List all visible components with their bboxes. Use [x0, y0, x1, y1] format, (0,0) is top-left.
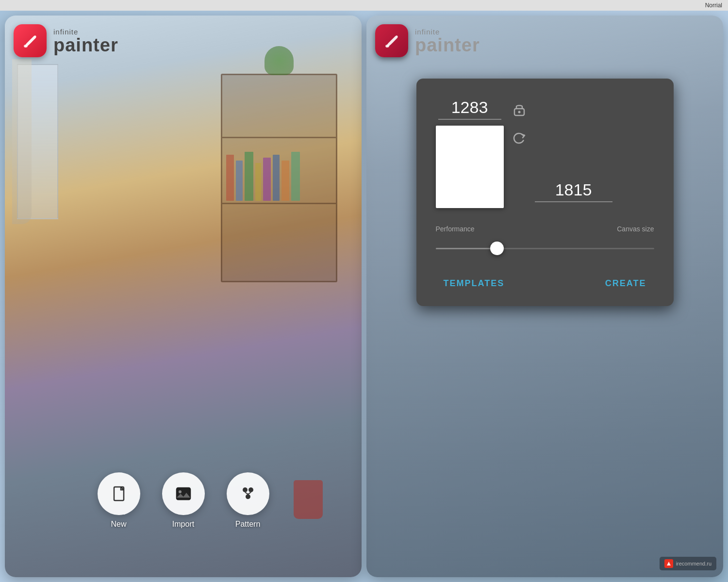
rotate-icon[interactable] [512, 131, 527, 148]
sketch-curtain [12, 59, 32, 224]
slider-thumb[interactable] [490, 242, 504, 255]
svg-line-8 [248, 492, 251, 494]
perf-canvas-labels: Performance Canvas size [436, 225, 654, 233]
svg-point-5 [248, 487, 253, 492]
svg-rect-2 [177, 488, 190, 500]
import-label: Import [172, 520, 194, 529]
svg-line-7 [245, 492, 248, 494]
sketch-books [226, 143, 332, 201]
sketch-plant [265, 46, 294, 75]
svg-point-3 [179, 490, 182, 493]
dialog-actions: TEMPLATES CREATE [436, 271, 654, 292]
svg-point-0 [24, 45, 28, 48]
lock-icon[interactable] [512, 102, 527, 120]
brush-icon-left [21, 32, 39, 50]
performance-label: Performance [436, 225, 475, 233]
app-title-text-right: painter [415, 36, 480, 54]
watermark-text: irecommend.ru [676, 561, 711, 566]
action-buttons: New Import [5, 472, 362, 529]
new-btn-circle[interactable] [98, 472, 140, 515]
canvas-dialog: 1283 [416, 79, 674, 306]
app-icon-left [14, 24, 47, 57]
templates-button[interactable]: TEMPLATES [436, 275, 513, 292]
document-icon [109, 484, 129, 503]
width-and-preview: 1283 [436, 98, 504, 208]
app-subtitle-right: infinite [415, 28, 480, 36]
svg-point-9 [385, 45, 389, 48]
slider-track[interactable] [436, 248, 654, 249]
height-control: 1815 [535, 180, 612, 208]
app-title-left: infinite painter [53, 28, 118, 54]
canvas-size-label: Canvas size [617, 225, 654, 233]
right-header: infinite painter [375, 24, 480, 57]
width-value[interactable]: 1283 [438, 98, 501, 120]
canvas-controls: 1283 [436, 98, 654, 208]
top-bar: Norrial [0, 0, 728, 11]
image-icon [174, 484, 193, 503]
svg-point-11 [518, 111, 520, 113]
pattern-icon [238, 484, 258, 503]
app-title-text-left: painter [53, 36, 118, 54]
brush-icon-right [382, 32, 401, 50]
canvas-preview [436, 126, 504, 208]
right-panel: infinite painter 1283 [366, 16, 723, 577]
site-name: Norrial [705, 2, 722, 9]
watermark-logo [664, 559, 673, 568]
height-value[interactable]: 1815 [535, 180, 612, 202]
svg-point-6 [246, 494, 250, 499]
svg-point-4 [243, 487, 248, 492]
create-button[interactable]: CREATE [597, 275, 654, 292]
import-btn-circle[interactable] [162, 472, 205, 515]
left-panel: infinite painter New [5, 16, 362, 577]
lock-rotate-controls [512, 98, 527, 148]
pattern-btn-circle[interactable] [227, 472, 269, 515]
app-subtitle-left: infinite [53, 28, 118, 36]
new-action[interactable]: New [98, 472, 140, 529]
pattern-action[interactable]: Pattern [227, 472, 269, 529]
app-title-right: infinite painter [415, 28, 480, 54]
new-label: New [111, 520, 126, 529]
left-header: infinite painter [14, 24, 118, 57]
app-icon-right [375, 24, 408, 57]
watermark: irecommend.ru [660, 557, 716, 570]
performance-slider-container [436, 240, 654, 257]
import-action[interactable]: Import [162, 472, 205, 529]
pattern-label: Pattern [235, 520, 261, 529]
sketch-cabinet [221, 74, 337, 282]
